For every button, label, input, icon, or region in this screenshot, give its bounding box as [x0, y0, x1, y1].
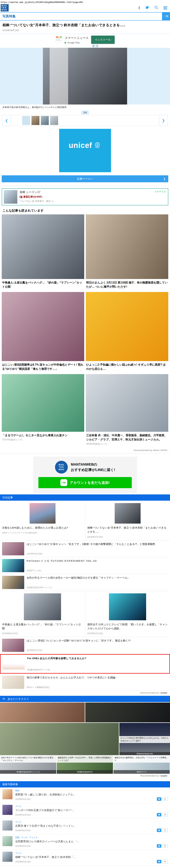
- carousel-thumbnail-1[interactable]: [22, 116, 30, 125]
- divider: [0, 453, 170, 454]
- featured-item[interactable]: 京都を120%楽しむために。旅慣れた人が選ぶお宿とは? AD(オリックスグループ…: [0, 501, 85, 540]
- category-link[interactable]: アイドル: [29, 836, 38, 839]
- category-link[interactable]: マンガ: [21, 836, 28, 839]
- list-button[interactable]: 一覧: [162, 12, 170, 20]
- featured-item-ad[interactable]: Perfume×ドコモ FUTURE-EXPERIMENT VOL.04 AD(…: [0, 557, 170, 574]
- item-date: 2019年03月14日: [15, 829, 76, 832]
- related-article-ad[interactable]: 「まるでゲーム!」モニター見ながら車庫入れ楽チン TOYOTA[提供リンク]: [2, 374, 84, 445]
- camera-icon: [157, 829, 161, 832]
- article-image: [2, 374, 84, 432]
- search-icon[interactable]: [155, 5, 158, 10]
- recommended-by-yahoo: Recommended by Yahoo! JAPAN: [3, 449, 167, 452]
- install-button[interactable]: インストール: [91, 36, 115, 44]
- popin-tiles: キャンプ大好きな相方西村さんが立ち上がる。小峠さんを冬のキャンプへ連行? AD(…: [0, 703, 170, 774]
- article-image: [3, 656, 25, 670]
- recommended-tile-ad[interactable]: 檜風呂付きの豪華寝台。大切な日を「トランスイート四季島」で AD(サライ): [114, 756, 170, 774]
- photo-feature-item[interactable]: 芸能 マンガ アイドル 古田愛理:制コレの最年少メンバーは天真らんまん 「...…: [0, 834, 170, 850]
- article-image: [2, 576, 24, 589]
- ad-source: AD(株式会社ECC): [57, 770, 113, 774]
- newspaper-icon: [20, 196, 22, 198]
- site-header: MAN TAN WEB f: [0, 4, 170, 12]
- close-icon[interactable]: X: [92, 44, 95, 48]
- related-articles-grid: 中島健人:土屋太鳳をバックハグ… 「砂の器」“ラブシーン”カット公開 明日のまん…: [2, 214, 168, 448]
- line-promo-text: MANTANWEBの おすすめ記事がLINEに届く!: [71, 462, 115, 472]
- photo-feature-item[interactable]: テレビ 志尊淳:連ドラ主演で“気まぐれな不良”に ベッドシ... 2019年03…: [0, 819, 170, 834]
- series-thumbnail: [4, 190, 17, 204]
- related-article[interactable]: はじこい:第8話視聴率は8.7% 深キョンが中村倫也とデート! 荒れる“ゆりゆり…: [2, 292, 84, 371]
- featured-item[interactable]: 相棒:“ついてない女”月本幸子、旅立つ 鈴木杏樹「またお会いできるときを...」…: [85, 501, 170, 540]
- page-title: 相棒:“ついてない女”月本幸子、旅立つ 鈴木杏樹「またお会いできるときを...」: [2, 23, 168, 27]
- facebook-icon[interactable]: f: [138, 5, 140, 10]
- also-read-heading: こんな記事も読まれています: [2, 209, 168, 213]
- carousel-prev-button[interactable]: ❮: [2, 115, 11, 126]
- related-article[interactable]: 明日のまんぷく:3月13日 第136回 福子、幸の熱愛疑惑を隠していたが… つい…: [86, 214, 168, 289]
- featured-item-ad[interactable]: 女性が作るマーベル初の女性ヒーロー誕生!物語のカギを握る『キャプテン・マーベル』…: [0, 574, 170, 591]
- item-thumbnail: [2, 852, 12, 862]
- article-image: [109, 593, 146, 620]
- recommended-tile[interactable]: [0, 703, 85, 722]
- carousel-thumbnail-4[interactable]: [50, 116, 58, 125]
- recommended-tile-ad[interactable]: 偏差値30から世界一の公立大学へ。気合いと根性の英語勉強メソッドとは? AD(株…: [57, 756, 113, 774]
- article-image: [24, 593, 61, 620]
- featured-item[interactable]: はじこい:“ゆりゆり”が深キョンへ「好きです」3連発! その後の衝撃展開に「そん…: [0, 540, 170, 557]
- twitter-icon[interactable]: [145, 6, 149, 10]
- category-link[interactable]: テレビ: [15, 820, 22, 824]
- mantanweb-logo[interactable]: MAN TAN WEB: [1, 4, 9, 11]
- camera-icon: [157, 860, 161, 863]
- photo-feature-bar: 写真特集 一覧: [0, 12, 170, 21]
- photo-feature-item[interactable]: テレビ 相棒:“ついてない女”月本幸子、旅立つ 鈴木杏樹「... 2019年03…: [0, 850, 170, 866]
- carousel-thumbnail-3[interactable]: [41, 116, 49, 125]
- article-image: [2, 292, 84, 361]
- related-article[interactable]: ひよっこ2:予告編に懐かしい顔ぶれ続々! すずふり亭に異変? ほのかな恋心も…: [86, 292, 168, 371]
- item-thumbnail: [2, 836, 12, 846]
- category-link[interactable]: 映画: [15, 789, 19, 792]
- article-date: (2019年3月13日): [2, 632, 83, 635]
- dramamill-link[interactable]: ドラマミル: [154, 190, 166, 193]
- line-add-friend-button[interactable]: LINE アカウントを友だち追加!: [38, 477, 132, 488]
- category-link[interactable]: 芸能: [15, 836, 19, 839]
- recommended-tile[interactable]: [0, 723, 119, 755]
- mantanweb-circle-logo: MANTANWEB: [55, 461, 68, 473]
- unicef-emblem-icon: [93, 141, 101, 149]
- series-card[interactable]: 相棒 シーズン17 最新記事(全46件) “ついてない女”月本幸子、旅立つ...…: [2, 188, 168, 205]
- related-article-ad[interactable]: 三谷幸喜 作・演出、中井貴一、香取慎吾、新納慎也、川平慈英、シルビア・グラブ、宮…: [86, 374, 168, 445]
- unicef-ad[interactable]: unicef: [59, 129, 111, 172]
- item-date: 2019年03月14日: [15, 845, 79, 848]
- info-icon[interactable]: i: [96, 44, 98, 48]
- featured-item[interactable]: 酒井法子:11年ぶりにテレビで歌唱 「碧いうさぎ」を披露し「チャンスをいただけて…: [85, 591, 170, 637]
- category-link[interactable]: テレビ: [15, 852, 22, 855]
- menu-icon[interactable]: [163, 6, 167, 9]
- ad-source: AD(株式会社AXNジャパン): [0, 770, 56, 774]
- photo-feature-item[interactable]: 映画 星野源:“引っ越し”に困り顔... 主演映画ビジュアル... 2019年0…: [0, 787, 170, 803]
- item-date: 2019年03月13日: [15, 860, 75, 863]
- logo-line: TAN: [2, 7, 9, 9]
- article-image: [86, 214, 168, 279]
- item-thumbnail: [2, 820, 12, 831]
- related-article[interactable]: 中島健人:土屋太鳳をバックハグ… 「砂の器」“ラブシーン”カット公開: [2, 214, 84, 289]
- recommended-tile-ad[interactable]: 女性が作るマーベル初の女性ヒーロー誕生!物語のカギを握る『キャプテン・マーベル』…: [0, 756, 56, 774]
- carousel-next-button[interactable]: ❯: [159, 115, 168, 126]
- photo-count-badge: 2: [157, 829, 168, 832]
- featured-item-ad[interactable]: 毎日の家事で爪がカサカサ...かんたんお手入れで、つやつや美爪に!~主婦編~ A…: [0, 674, 170, 691]
- article-image: [2, 639, 24, 652]
- featured-item-ad-highlighted[interactable]: For ONEs あなたの耳年齢を診断してみませんか? AD(株式会社NTTドコ…: [0, 654, 170, 674]
- featured-item[interactable]: はじこい:第9話 ついにセンター試験! “ゆりゆり”が深キョンに「好きです」 雅…: [0, 637, 170, 654]
- to-article-button[interactable]: 記事ページへ ❯: [2, 175, 168, 182]
- main-photo[interactable]: [43, 48, 127, 104]
- recommended-tile-ad[interactable]: キャンプ大好きな相方西村さんが立ち上がる。小峠さんを冬のキャンプへ連行? AD(…: [119, 723, 170, 755]
- camera-icon: [157, 797, 161, 801]
- series-latest-link[interactable]: 最新記事(全46件): [20, 195, 55, 198]
- featured-item[interactable]: 中島健人:土屋太鳳をバックハグ... 「砂の器」“ラブシーン”カット公開 (20…: [0, 591, 85, 637]
- browser-url: https://mantan-web.jp/photo/20190313dog0…: [0, 0, 170, 4]
- unicef-wordmark: unicef: [69, 141, 92, 150]
- photo-count-badge: 4: [157, 860, 168, 863]
- category-link[interactable]: テレビ: [15, 805, 22, 808]
- photo-feature-item[interactable]: テレビ ブンボーグ009:石森プロ全面協力で“新ヒーロー”... 2019年03…: [0, 803, 170, 819]
- carousel-thumbnail-2[interactable]: [32, 116, 39, 125]
- item-date: 2019年03月14日: [15, 813, 74, 816]
- divider: [0, 186, 170, 186]
- breadcrumb[interactable]: 写真特集: [0, 12, 170, 20]
- recommended-tile[interactable]: [85, 703, 170, 722]
- smartnews-ad-top[interactable]: スマートニュース Google Play インストール: [0, 34, 170, 44]
- article-date: 2019年03月13日: [0, 28, 170, 34]
